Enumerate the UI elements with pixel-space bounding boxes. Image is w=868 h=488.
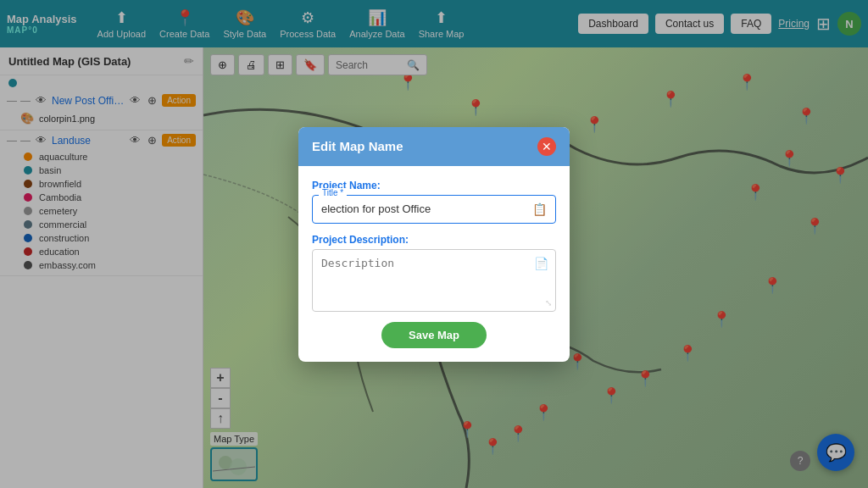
description-wrapper: 📄 ⤡	[312, 249, 556, 312]
project-name-label: Project Name:	[312, 180, 556, 191]
save-map-button[interactable]: Save Map	[381, 322, 487, 348]
description-doc-icon: 📄	[534, 257, 548, 270]
title-field-wrapper: Title * 📋	[312, 195, 556, 224]
title-input[interactable]	[321, 202, 529, 215]
modal-body: Project Name: Title * 📋 Project Descript…	[298, 166, 570, 362]
title-input-wrapper: Title * 📋	[312, 195, 556, 224]
title-clipboard-icon: 📋	[532, 202, 547, 216]
edit-map-name-modal: Edit Map Name ✕ Project Name: Title * 📋 …	[298, 127, 570, 362]
modal-close-button[interactable]: ✕	[537, 137, 556, 156]
title-field-legend: Title *	[319, 188, 347, 197]
modal-title: Edit Map Name	[312, 139, 403, 153]
description-textarea[interactable]	[321, 257, 547, 301]
resize-handle[interactable]: ⤡	[545, 298, 552, 308]
modal-header: Edit Map Name ✕	[298, 127, 570, 166]
description-label: Project Description:	[312, 234, 556, 246]
modal-overlay: Edit Map Name ✕ Project Name: Title * 📋 …	[0, 0, 868, 488]
